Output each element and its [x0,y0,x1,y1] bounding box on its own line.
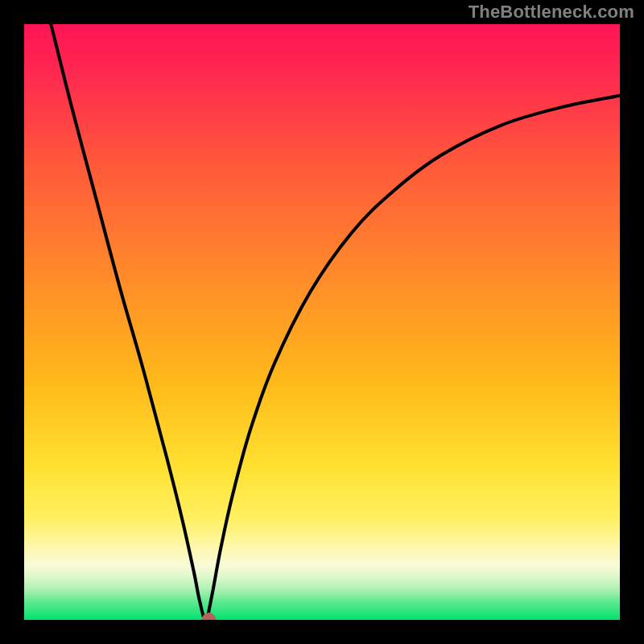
plot-area [24,24,620,620]
chart-frame: TheBottleneck.com [0,0,644,644]
watermark-text: TheBottleneck.com [469,2,634,23]
curve-path [51,24,620,620]
bottleneck-curve [24,24,620,620]
